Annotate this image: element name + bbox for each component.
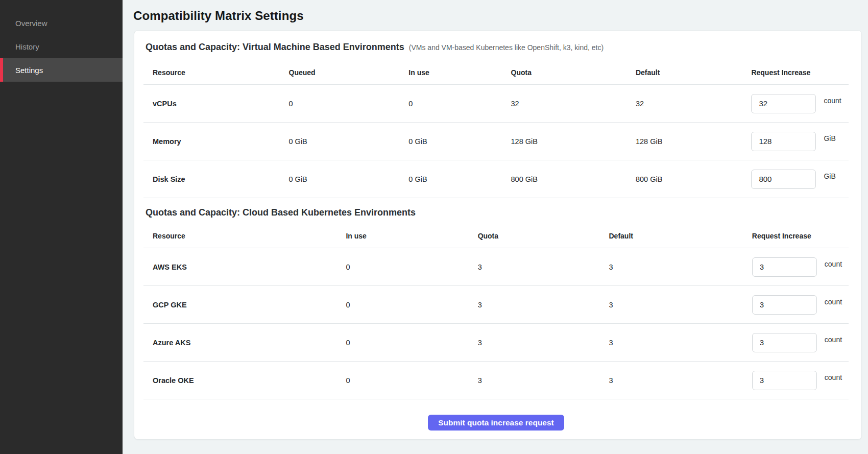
cell-value: 3 bbox=[599, 376, 742, 385]
request-increase-input[interactable] bbox=[752, 257, 817, 277]
request-increase-cell: count bbox=[743, 295, 849, 315]
table-row-memory: Memory0 GiB0 GiB128 GiB128 GiBGiB bbox=[143, 123, 849, 160]
sidebar-item-label: Settings bbox=[15, 66, 43, 75]
active-indicator bbox=[0, 58, 3, 82]
column-header-in-use: In use bbox=[336, 232, 468, 240]
unit-label: GiB bbox=[824, 134, 835, 142]
cell-value: 0 bbox=[336, 376, 468, 385]
request-increase-input[interactable] bbox=[752, 371, 817, 390]
section-subtitle: (VMs and VM-based Kubernetes like OpenSh… bbox=[409, 43, 604, 52]
cell-value: 128 GiB bbox=[626, 137, 742, 146]
request-increase-cell: GiB bbox=[742, 132, 849, 151]
cell-value: 128 GiB bbox=[502, 137, 626, 146]
sidebar-item-overview[interactable]: Overview bbox=[0, 11, 123, 35]
sidebar-item-label: Overview bbox=[15, 19, 47, 28]
sidebar: Overview History Settings bbox=[0, 0, 123, 454]
cell-value: 0 GiB bbox=[399, 137, 501, 146]
sidebar-item-settings[interactable]: Settings bbox=[0, 58, 123, 82]
column-header-queued: Queued bbox=[280, 68, 400, 77]
vm-quotas-table: ResourceQueuedIn useQuotaDefaultRequest … bbox=[143, 61, 849, 198]
cell-value: 3 bbox=[599, 339, 742, 347]
resource-name: vCPUs bbox=[143, 100, 280, 108]
table-header-row: ResourceIn useQuotaDefaultRequest Increa… bbox=[143, 224, 849, 248]
column-header-request-increase: Request Increase bbox=[742, 68, 849, 77]
unit-label: count bbox=[825, 373, 842, 381]
resource-name: Disk Size bbox=[143, 175, 280, 183]
request-increase-cell: count bbox=[743, 371, 849, 390]
column-header-default: Default bbox=[599, 232, 742, 240]
request-increase-cell: count bbox=[742, 94, 849, 113]
vm-quotas-section: Quotas and Capacity: Virtual Machine Bas… bbox=[143, 42, 849, 198]
cell-value: 3 bbox=[469, 301, 600, 309]
cell-value: 0 GiB bbox=[399, 175, 501, 183]
cell-value: 0 bbox=[336, 263, 468, 271]
resource-name: Memory bbox=[143, 137, 280, 146]
column-header-quota: Quota bbox=[502, 68, 626, 77]
cell-value: 3 bbox=[469, 263, 600, 271]
table-row-vcpus: vCPUs003232count bbox=[143, 85, 849, 123]
column-header-resource: Resource bbox=[143, 232, 336, 240]
cloud-k8s-quotas-table: ResourceIn useQuotaDefaultRequest Increa… bbox=[143, 224, 849, 399]
unit-label: count bbox=[824, 97, 841, 105]
sidebar-item-history[interactable]: History bbox=[0, 35, 123, 58]
table-row-disk-size: Disk Size0 GiB0 GiB800 GiB800 GiBGiB bbox=[143, 160, 849, 198]
unit-label: count bbox=[825, 298, 842, 306]
table-row-aws-eks: AWS EKS033count bbox=[143, 248, 849, 286]
cell-value: 0 bbox=[399, 100, 501, 108]
submit-quota-increase-button[interactable]: Submit quota increase request bbox=[428, 415, 564, 431]
page-title: Compatibility Matrix Settings bbox=[123, 0, 868, 23]
request-increase-input[interactable] bbox=[752, 333, 817, 352]
section-title: Quotas and Capacity: Virtual Machine Bas… bbox=[146, 42, 404, 53]
table-row-azure-aks: Azure AKS033count bbox=[143, 324, 849, 362]
request-increase-input[interactable] bbox=[752, 295, 817, 315]
cell-value: 0 bbox=[336, 339, 468, 347]
cell-value: 3 bbox=[469, 339, 600, 347]
cell-value: 0 bbox=[280, 100, 400, 108]
resource-name: Oracle OKE bbox=[143, 376, 336, 385]
cell-value: 3 bbox=[599, 301, 742, 309]
request-increase-input[interactable] bbox=[751, 132, 816, 151]
resource-name: Azure AKS bbox=[143, 339, 336, 347]
request-increase-cell: count bbox=[743, 257, 849, 277]
cell-value: 0 GiB bbox=[280, 175, 400, 183]
column-header-quota: Quota bbox=[469, 232, 600, 240]
resource-name: AWS EKS bbox=[143, 263, 336, 271]
column-header-resource: Resource bbox=[143, 68, 280, 77]
table-body: AWS EKS033countGCP GKE033countAzure AKS0… bbox=[143, 248, 849, 399]
cell-value: 3 bbox=[469, 376, 600, 385]
cloud-k8s-quotas-section: Quotas and Capacity: Cloud Based Kuberne… bbox=[143, 207, 849, 399]
column-header-default: Default bbox=[626, 68, 742, 77]
sidebar-item-label: History bbox=[15, 42, 39, 51]
cell-value: 32 bbox=[626, 100, 742, 108]
cell-value: 800 GiB bbox=[502, 175, 626, 183]
request-increase-input[interactable] bbox=[751, 170, 816, 189]
cell-value: 3 bbox=[599, 263, 742, 271]
column-header-request-increase: Request Increase bbox=[743, 232, 849, 240]
cell-value: 800 GiB bbox=[626, 175, 742, 183]
unit-label: count bbox=[825, 336, 842, 344]
request-increase-input[interactable] bbox=[751, 94, 816, 113]
section-title: Quotas and Capacity: Cloud Based Kuberne… bbox=[146, 207, 416, 218]
settings-card: Quotas and Capacity: Virtual Machine Bas… bbox=[134, 30, 862, 440]
submit-area: Submit quota increase request bbox=[143, 399, 849, 431]
table-header-row: ResourceQueuedIn useQuotaDefaultRequest … bbox=[143, 61, 849, 85]
cell-value: 0 GiB bbox=[280, 137, 400, 146]
unit-label: GiB bbox=[824, 172, 835, 180]
table-body: vCPUs003232countMemory0 GiB0 GiB128 GiB1… bbox=[143, 85, 849, 198]
unit-label: count bbox=[825, 260, 842, 268]
cell-value: 0 bbox=[336, 301, 468, 309]
section-header: Quotas and Capacity: Cloud Based Kuberne… bbox=[143, 207, 849, 218]
request-increase-cell: GiB bbox=[742, 170, 849, 189]
resource-name: GCP GKE bbox=[143, 301, 336, 309]
column-header-in-use: In use bbox=[399, 68, 501, 77]
cell-value: 32 bbox=[502, 100, 626, 108]
main-content: Compatibility Matrix Settings Quotas and… bbox=[123, 0, 868, 454]
table-row-oracle-oke: Oracle OKE033count bbox=[143, 362, 849, 399]
request-increase-cell: count bbox=[743, 333, 849, 352]
table-row-gcp-gke: GCP GKE033count bbox=[143, 286, 849, 324]
section-header: Quotas and Capacity: Virtual Machine Bas… bbox=[143, 42, 849, 53]
